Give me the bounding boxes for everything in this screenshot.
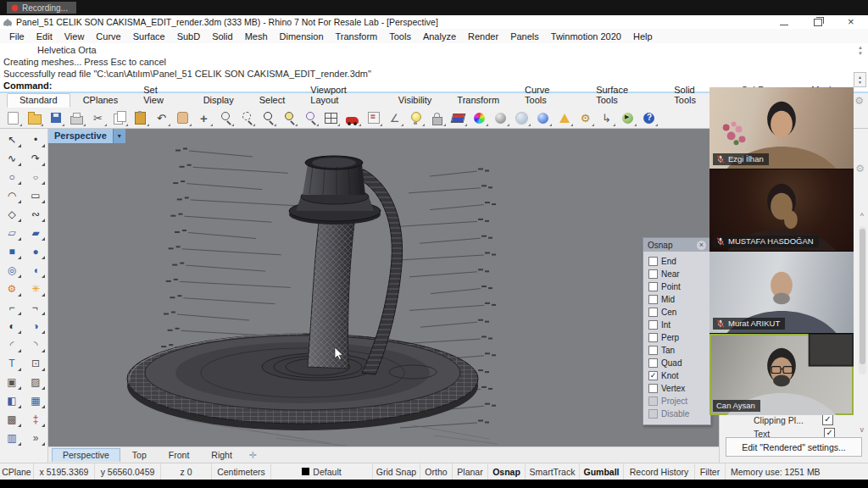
select-icon[interactable]: ↖ <box>2 131 22 148</box>
participant-tile-murat-arikut[interactable]: Murat ARIKUT <box>709 252 854 334</box>
menu-render[interactable]: Render <box>462 31 504 42</box>
rendered-viewport-icon[interactable] <box>533 109 553 127</box>
osnap-option-int[interactable]: Int <box>648 319 707 331</box>
edit-rendered-settings-button[interactable]: Edit "Rendered" settings... <box>726 437 862 457</box>
curve-interpolate-icon[interactable]: ↷ <box>25 150 46 167</box>
osnap-checkbox-end[interactable] <box>648 257 658 266</box>
menu-tools[interactable]: Tools <box>383 31 417 42</box>
menu-view[interactable]: View <box>58 31 91 42</box>
display-gear-icon[interactable]: ⚙ <box>855 163 865 175</box>
close-button[interactable]: × <box>848 18 856 26</box>
participant-tile-can-aysan[interactable]: Can Aysan <box>709 334 854 415</box>
print-icon[interactable] <box>67 109 86 127</box>
toolbar-tab-curve-tools[interactable]: Curve Tools <box>512 83 583 108</box>
dimension-icon[interactable]: ‡ <box>25 411 46 428</box>
toolbar-tab-set-view[interactable]: Set View <box>131 83 190 108</box>
ghosted-viewport-icon[interactable] <box>512 109 531 127</box>
toolbar-tab-visibility[interactable]: Visibility <box>386 93 445 108</box>
render-icon[interactable] <box>618 109 637 127</box>
open-file-icon[interactable] <box>25 109 44 127</box>
osnap-checkbox-project[interactable] <box>648 396 658 406</box>
menu-curve[interactable]: Curve <box>90 31 126 42</box>
participant-tile-ezgi-i-lhan[interactable]: Ezgi İlhan <box>709 87 854 169</box>
osnap-option-perp[interactable]: Perp <box>648 331 707 344</box>
layer-move-icon[interactable]: ▨ <box>25 374 46 391</box>
command-scroll-down-icon[interactable]: ▼ <box>858 51 863 56</box>
boolean-difference-icon[interactable]: ◑ <box>25 318 46 335</box>
selection-filter-icon[interactable] <box>554 109 574 127</box>
toolbar-tab-cplanes[interactable]: CPlanes <box>70 93 131 108</box>
menu-twinmotion-2020[interactable]: Twinmotion 2020 <box>545 31 627 42</box>
osnap-checkbox-vertex[interactable] <box>648 384 658 393</box>
osnap-option-quad[interactable]: Quad <box>648 357 707 369</box>
toolbar-tab-surface-tools[interactable]: Surface Tools <box>583 83 661 108</box>
menu-file[interactable]: File <box>3 31 31 42</box>
more-icon[interactable]: » <box>25 430 46 446</box>
status-filter[interactable]: Filter <box>695 463 726 480</box>
arc-icon[interactable]: ◠ <box>2 187 22 204</box>
osnap-option-project[interactable]: Project <box>648 395 707 408</box>
zoom-window-icon[interactable] <box>236 109 256 127</box>
status-smarttrack[interactable]: SmartTrack <box>526 463 580 480</box>
move-icon[interactable]: + <box>194 109 214 127</box>
viewport-tab-right[interactable]: Right <box>201 449 242 462</box>
osnap-checkbox-int[interactable] <box>648 320 658 330</box>
osnap-checkbox-tan[interactable] <box>648 346 658 355</box>
status-centimeters[interactable]: Centimeters <box>212 463 271 480</box>
osnap-checkbox-near[interactable] <box>648 269 658 279</box>
osnap-option-tan[interactable]: Tan <box>648 344 707 357</box>
named-view-icon[interactable] <box>342 109 362 127</box>
menu-mesh[interactable]: Mesh <box>239 31 274 42</box>
osnap-option-end[interactable]: End <box>648 255 707 268</box>
osnap-option-vertex[interactable]: Vertex <box>648 382 707 395</box>
ellipse-icon[interactable]: ○ <box>25 169 46 186</box>
toolbar-tab-select[interactable]: Select <box>247 93 298 108</box>
display-option-row[interactable]: Clipping Pl... ✓ <box>754 413 833 426</box>
status-cplane[interactable]: CPlane <box>0 463 34 480</box>
menu-transform[interactable]: Transform <box>330 31 384 42</box>
surface-3pt-icon[interactable]: ▱ <box>2 225 22 241</box>
layer-state-icon[interactable] <box>364 109 383 127</box>
cut-icon[interactable]: ✂ <box>88 109 108 127</box>
osnap-option-mid[interactable]: Mid <box>648 293 707 306</box>
status-gumball[interactable]: Gumball <box>580 463 624 480</box>
split-icon[interactable]: ⌐ <box>25 299 46 316</box>
angle-analysis-icon[interactable]: ∠ <box>385 109 404 127</box>
display-mode-icon[interactable] <box>448 109 468 127</box>
sphere-icon[interactable]: ● <box>25 243 46 260</box>
toolbar-tab-standard[interactable]: Standard <box>7 93 70 108</box>
viewport-tab-perspective[interactable]: Perspective <box>52 448 120 462</box>
array-icon[interactable]: ▦ <box>25 392 46 409</box>
viewport-title-dropdown[interactable]: ▼ <box>113 129 125 143</box>
viewport-layout-icon[interactable] <box>321 109 341 127</box>
gear-tools-icon[interactable]: ⚙ <box>2 280 22 297</box>
status-default[interactable]: Default <box>271 463 373 480</box>
osnap-checkbox-point[interactable] <box>648 282 658 291</box>
polygon-icon[interactable]: ◇ <box>2 206 22 223</box>
lamp-icon[interactable] <box>406 109 426 127</box>
panel-scroll-up-icon[interactable]: ^ <box>860 212 864 220</box>
status-grid[interactable]: Grid Snap <box>373 463 420 480</box>
viewport-title[interactable]: Perspective ▼ <box>48 129 125 143</box>
osnap-option-knot[interactable]: ✓Knot <box>648 369 707 382</box>
options-icon[interactable]: ⚙ <box>576 109 595 127</box>
viewport-tab-top[interactable]: Top <box>122 449 157 462</box>
panel-gear-icon[interactable]: ⚙ <box>854 95 864 107</box>
color-wheel-icon[interactable] <box>470 109 489 127</box>
point-edit-icon[interactable]: ⊡ <box>25 355 46 372</box>
torus-icon[interactable]: ◎ <box>2 262 22 279</box>
box-icon[interactable]: ■ <box>2 243 22 260</box>
revolve-icon[interactable]: ◖ <box>25 262 46 279</box>
clipping-plane-checkbox[interactable]: ✓ <box>822 414 833 425</box>
extrude-icon[interactable]: ▥ <box>2 430 22 446</box>
status-osnap[interactable]: Osnap <box>488 463 526 480</box>
osnap-checkbox-knot[interactable]: ✓ <box>648 371 658 380</box>
zoom-extents-icon[interactable] <box>258 109 277 127</box>
block-icon[interactable]: ▩ <box>2 411 22 428</box>
solid-edit-icon[interactable]: ◧ <box>2 392 22 409</box>
panel-scroll-down-icon[interactable]: v <box>860 425 865 434</box>
freeform-curve-icon[interactable]: ∾ <box>25 206 46 223</box>
osnap-close-icon[interactable]: × <box>697 241 706 250</box>
group-icon[interactable]: ▣ <box>2 374 22 391</box>
panel-scrollbar[interactable] <box>859 226 866 374</box>
